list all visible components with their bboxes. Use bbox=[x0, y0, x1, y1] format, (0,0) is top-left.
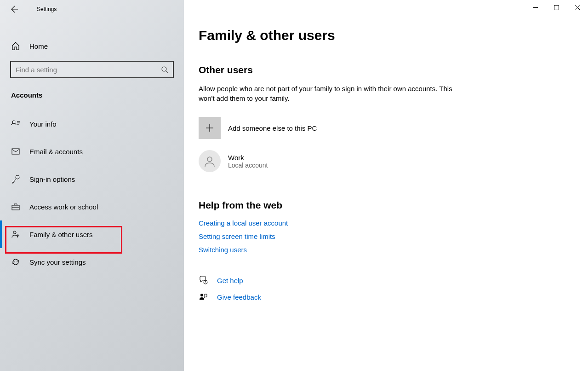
search-icon bbox=[161, 66, 168, 73]
help-heading: Help from the web bbox=[199, 200, 565, 211]
nav-label: Access work or school bbox=[29, 203, 98, 211]
nav-signin-options[interactable]: Sign-in options bbox=[0, 165, 184, 193]
nav-label: Sign-in options bbox=[29, 175, 75, 183]
nav-label: Sync your settings bbox=[29, 258, 86, 266]
window-title: Settings bbox=[37, 6, 57, 12]
maximize-button[interactable] bbox=[546, 0, 567, 15]
back-button[interactable] bbox=[7, 2, 22, 17]
search-box[interactable] bbox=[10, 61, 174, 78]
plus-icon bbox=[205, 123, 214, 133]
home-label: Home bbox=[29, 42, 48, 50]
nav-label: Family & other users bbox=[29, 231, 93, 238]
minimize-button[interactable] bbox=[525, 0, 546, 15]
other-users-description: Allow people who are not part of your fa… bbox=[199, 84, 456, 103]
sidebar: Settings Home Accounts Your info Email &… bbox=[0, 0, 184, 371]
avatar bbox=[199, 150, 221, 172]
nav-sync-settings[interactable]: Sync your settings bbox=[0, 248, 184, 276]
nav-label: Your info bbox=[29, 120, 57, 128]
nav-list: Your info Email & accounts Sign-in optio… bbox=[0, 110, 184, 276]
give-feedback-link[interactable]: Give feedback bbox=[199, 292, 565, 301]
sync-icon bbox=[11, 257, 20, 267]
svg-point-5 bbox=[13, 231, 16, 234]
help-icon: ? bbox=[199, 276, 208, 285]
svg-rect-6 bbox=[554, 5, 559, 10]
card-icon bbox=[11, 119, 20, 128]
other-users-heading: Other users bbox=[199, 64, 565, 75]
close-button[interactable] bbox=[567, 0, 588, 15]
titlebar: Settings bbox=[0, 0, 184, 18]
feedback-icon bbox=[199, 292, 208, 301]
svg-text:?: ? bbox=[205, 281, 206, 284]
page-title: Family & other users bbox=[199, 28, 565, 43]
nav-family-other-users[interactable]: Family & other users bbox=[0, 220, 184, 248]
account-type: Local account bbox=[228, 162, 268, 169]
nav-your-info[interactable]: Your info bbox=[0, 110, 184, 138]
nav-access-work-school[interactable]: Access work or school bbox=[0, 193, 184, 220]
person-icon bbox=[204, 155, 216, 167]
svg-point-10 bbox=[200, 294, 203, 296]
help-link-local-user[interactable]: Creating a local user account bbox=[199, 219, 565, 227]
svg-point-0 bbox=[162, 67, 166, 71]
plus-tile bbox=[199, 117, 221, 139]
window-controls bbox=[525, 0, 588, 15]
key-icon bbox=[11, 174, 20, 184]
main-content: Family & other users Other users Allow p… bbox=[184, 0, 588, 371]
people-icon bbox=[11, 230, 20, 239]
back-arrow-icon bbox=[11, 6, 18, 13]
search-input[interactable] bbox=[16, 66, 161, 74]
get-help-label: Get help bbox=[217, 277, 243, 284]
add-user-button[interactable]: Add someone else to this PC bbox=[199, 117, 565, 139]
user-account-item[interactable]: Work Local account bbox=[199, 150, 565, 172]
briefcase-icon bbox=[11, 202, 20, 211]
svg-point-3 bbox=[16, 175, 19, 179]
nav-label: Email & accounts bbox=[29, 148, 83, 156]
svg-point-1 bbox=[12, 121, 15, 123]
svg-point-7 bbox=[207, 157, 212, 162]
nav-email-accounts[interactable]: Email & accounts bbox=[0, 138, 184, 165]
get-help-link[interactable]: ? Get help bbox=[199, 276, 565, 285]
mail-icon bbox=[11, 147, 20, 156]
svg-rect-2 bbox=[12, 149, 19, 154]
add-user-label: Add someone else to this PC bbox=[228, 124, 317, 132]
home-nav[interactable]: Home bbox=[0, 35, 184, 57]
help-link-screen-time[interactable]: Setting screen time limits bbox=[199, 232, 565, 240]
sidebar-section-title: Accounts bbox=[0, 78, 184, 104]
give-feedback-label: Give feedback bbox=[217, 293, 261, 301]
help-link-switching[interactable]: Switching users bbox=[199, 246, 565, 254]
home-icon bbox=[11, 41, 20, 51]
account-name: Work bbox=[228, 154, 268, 162]
